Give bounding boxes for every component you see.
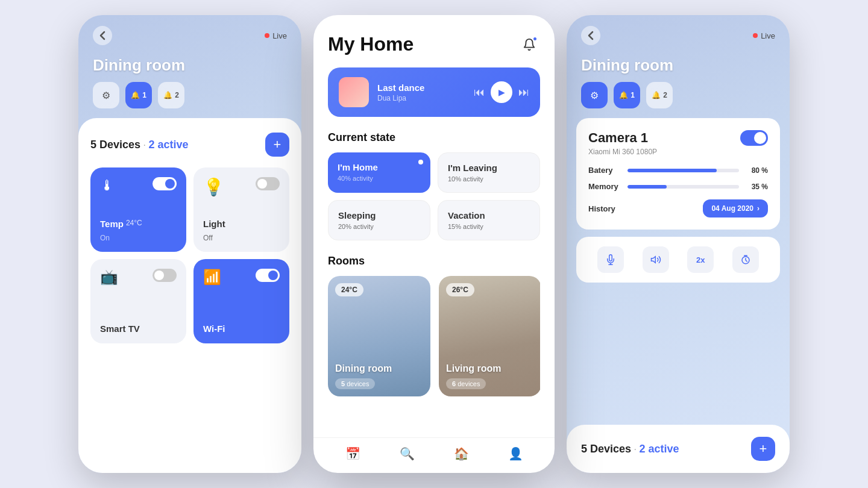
dining-room-card[interactable]: 24°C Dining room 5 devices <box>328 276 430 396</box>
battery-label: Batery <box>588 166 621 175</box>
memory-label: Memory <box>588 182 621 191</box>
song-title: Last dance <box>377 83 465 93</box>
live-dot <box>265 33 269 38</box>
right-add-device-button[interactable]: + <box>751 437 775 461</box>
music-info: Last dance Dua Lipa <box>377 83 465 102</box>
timer-button[interactable] <box>732 246 759 273</box>
left-icon-tabs: ⚙ 🔔 1 🔔 2 <box>78 82 301 118</box>
calendar-icon: 📅 <box>345 446 360 461</box>
temp-toggle[interactable] <box>153 177 177 190</box>
state-im-home[interactable]: I'm Home 40% activity <box>328 152 430 193</box>
next-button[interactable]: ⏭ <box>518 86 529 99</box>
battery-bar-fill <box>627 169 717 172</box>
dining-room-devices: 5 devices <box>335 378 375 389</box>
right-alerts-badge-2: 🔔 2 <box>652 91 667 99</box>
wifi-device-card[interactable]: 📶 Wi-Fi <box>193 259 289 343</box>
light-toggle[interactable] <box>256 177 280 190</box>
settings-icon: ⚙ <box>102 90 110 101</box>
memory-value: 35 % <box>745 183 768 191</box>
right-devices-count: 5 Devices <box>581 443 631 455</box>
battery-value: 80 % <box>745 166 768 175</box>
zoom-button[interactable]: 2x <box>687 246 714 273</box>
right-alerts-tab-2[interactable]: 🔔 2 <box>646 82 673 108</box>
history-label: History <box>588 204 615 213</box>
state-vacation-activity: 15% activity <box>448 223 530 230</box>
bell-icon-1: 🔔 <box>131 91 140 99</box>
left-back-button[interactable] <box>93 26 112 45</box>
right-alerts-tab-1[interactable]: 🔔 1 <box>614 82 640 108</box>
camera-header: Camera 1 Xiaomi Mi 360 1080P <box>588 130 768 156</box>
state-grid: I'm Home 40% activity I'm Leaving 10% ac… <box>328 152 540 240</box>
state-vacation[interactable]: Vacation 15% activity <box>438 200 540 240</box>
light-device-card[interactable]: 💡 Light Off <box>193 167 289 252</box>
mic-button[interactable] <box>597 246 624 273</box>
nav-profile[interactable]: 👤 <box>508 446 523 461</box>
volume-button[interactable] <box>643 246 669 273</box>
home-title: My Home <box>328 33 414 55</box>
nav-calendar[interactable]: 📅 <box>345 446 360 461</box>
tv-icon: 📺 <box>100 269 118 286</box>
active-state-dot <box>418 160 423 164</box>
settings-tab[interactable]: ⚙ <box>93 82 119 108</box>
left-live-label: Live <box>272 31 287 40</box>
light-status: Off <box>203 234 280 242</box>
rooms-title: Rooms <box>328 255 540 267</box>
battery-row: Batery 80 % <box>588 166 768 175</box>
temp-device-card[interactable]: 🌡 Temp 24°C On <box>90 167 186 252</box>
camera-name: Camera 1 <box>588 130 657 146</box>
nav-home[interactable]: 🏠 <box>454 446 469 461</box>
center-phone: My Home Last dance Dua Lipa ⏮ ▶ ⏭ Curren… <box>313 15 555 473</box>
camera-controls-card: 2x <box>576 237 780 283</box>
alerts-badge-1: 🔔 1 <box>131 91 146 99</box>
memory-row: Memory 35 % <box>588 182 768 191</box>
alerts-tab-2[interactable]: 🔔 2 <box>158 82 184 108</box>
state-home-activity: 40% activity <box>338 175 421 182</box>
state-sleeping-name: Sleeping <box>338 210 420 221</box>
right-back-button[interactable] <box>581 26 600 45</box>
bell-notification-dot <box>532 36 538 42</box>
state-sleeping[interactable]: Sleeping 20% activity <box>328 200 430 240</box>
left-top-bar: Live <box>78 15 301 51</box>
add-device-button[interactable]: + <box>265 133 289 157</box>
temp-icon: 🌡 <box>100 177 115 194</box>
right-live-label: Live <box>761 31 775 40</box>
right-bell-icon-2: 🔔 <box>652 91 661 99</box>
alerts-tab-1[interactable]: 🔔 1 <box>125 82 152 108</box>
home-icon: 🏠 <box>454 446 469 461</box>
home-header: My Home <box>328 33 540 55</box>
rooms-scroll: 24°C Dining room 5 devices 26°C Living r… <box>328 276 540 396</box>
play-button[interactable]: ▶ <box>491 81 512 103</box>
history-button[interactable]: 04 Aug 2020 › <box>703 199 768 217</box>
alerts-badge-2: 🔔 2 <box>163 91 179 99</box>
camera-toggle[interactable] <box>740 130 768 146</box>
album-art <box>339 77 369 107</box>
history-chevron: › <box>757 204 760 213</box>
dining-room-overlay: Dining room 5 devices <box>328 356 430 396</box>
svg-marker-0 <box>651 257 655 263</box>
notification-bell-button[interactable] <box>518 34 540 55</box>
wifi-name: Wi-Fi <box>203 324 280 334</box>
left-phone: Live Dining room ⚙ 🔔 1 🔔 2 <box>78 15 301 473</box>
dining-room-temp: 24°C <box>335 283 363 296</box>
wifi-toggle[interactable] <box>256 269 280 282</box>
bell-icon-2: 🔔 <box>163 91 172 99</box>
prev-button[interactable]: ⏮ <box>474 86 485 99</box>
smarttv-device-card[interactable]: 📺 Smart TV <box>90 259 186 343</box>
nav-search[interactable]: 🔍 <box>400 446 415 461</box>
living-room-card[interactable]: 26°C Living room 6 devices <box>439 276 540 396</box>
memory-bar-container <box>627 185 739 189</box>
right-settings-tab[interactable]: ⚙ <box>581 82 608 108</box>
state-im-leaving[interactable]: I'm Leaving 10% activity <box>438 152 540 193</box>
right-phone: Live Dining room ⚙ 🔔 1 🔔 2 <box>567 15 790 473</box>
music-player: Last dance Dua Lipa ⏮ ▶ ⏭ <box>328 67 540 117</box>
state-leaving-name: I'm Leaving <box>448 163 530 173</box>
right-devices-active: 2 active <box>639 443 679 455</box>
battery-bar-container <box>627 169 739 172</box>
left-room-title: Dining room <box>78 51 301 82</box>
light-name: Light <box>203 219 280 229</box>
living-room-name: Living room <box>446 363 534 374</box>
left-live-indicator: Live <box>265 31 287 40</box>
tv-toggle[interactable] <box>153 269 177 282</box>
tv-name: Smart TV <box>100 324 177 334</box>
center-content: My Home Last dance Dua Lipa ⏮ ▶ ⏭ Curren… <box>313 15 555 437</box>
